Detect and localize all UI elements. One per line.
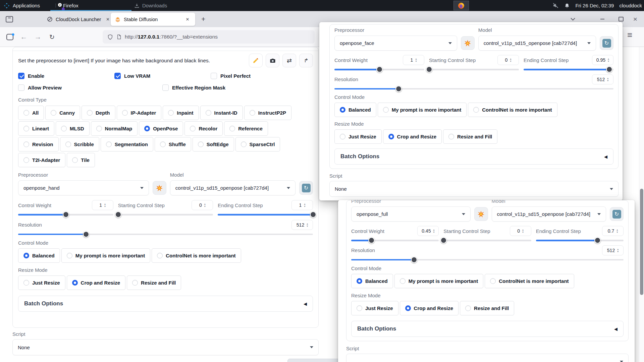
slider-thumb[interactable] — [310, 212, 316, 218]
radio-option[interactable]: Resize and Fill — [460, 301, 514, 315]
spinner-icons[interactable] — [415, 58, 417, 62]
checkbox-box[interactable] — [18, 73, 24, 79]
starting-step-input[interactable]: 0 — [510, 226, 531, 236]
slider-thumb[interactable] — [368, 237, 375, 244]
radio-option[interactable]: Just Resize — [334, 129, 382, 144]
list-tabs-chevron-icon[interactable] — [568, 14, 578, 24]
radio-option[interactable]: All — [18, 106, 44, 120]
hamburger-menu-icon[interactable] — [627, 30, 632, 40]
radio-option[interactable]: Lineart — [18, 121, 54, 136]
radio-option[interactable]: Just Resize — [351, 301, 398, 315]
radio-option[interactable]: Balanced — [18, 248, 60, 263]
slider-thumb[interactable] — [376, 66, 383, 73]
spinner-icons[interactable] — [104, 203, 106, 207]
radio-option[interactable]: ControlNet is more important — [485, 274, 574, 288]
resolution-input[interactable]: 512 — [602, 245, 624, 255]
radio-option[interactable]: Segmentation — [101, 137, 153, 152]
script-dropdown[interactable] — [346, 354, 629, 362]
spinner-icons[interactable] — [522, 229, 524, 233]
checkbox-box[interactable] — [211, 73, 217, 79]
firefox-taskbar-entry[interactable]: 2 Firefox — [60, 0, 78, 11]
checkbox[interactable]: Effective Region Mask — [162, 84, 313, 91]
radio-option[interactable]: MLSD — [56, 121, 90, 136]
radio-option[interactable]: Just Resize — [18, 276, 65, 290]
slider-track[interactable] — [218, 214, 313, 216]
slider-track[interactable] — [18, 214, 113, 216]
control-weight-input[interactable]: 1 — [403, 55, 424, 65]
tab-manager-icon[interactable] — [5, 15, 13, 23]
send-dimensions-button[interactable] — [299, 54, 313, 67]
radio-option[interactable]: Resize and Fill — [127, 276, 181, 290]
radio-option[interactable]: Resize and Fill — [443, 129, 497, 144]
checkbox-box[interactable] — [162, 84, 169, 91]
refresh-models-button[interactable] — [299, 181, 313, 195]
forward-button[interactable] — [33, 32, 43, 42]
resolution-input[interactable]: 512 — [291, 220, 313, 230]
scrollbar-thumb[interactable] — [640, 189, 643, 295]
model-dropdown[interactable]: control_v11p_sd15_openpose [cab727d4] — [170, 180, 296, 195]
batch-options-accordion[interactable]: Batch Options — [334, 148, 613, 165]
radio-option[interactable]: Depth — [82, 106, 115, 120]
refresh-models-button[interactable] — [610, 207, 624, 221]
slider-thumb[interactable] — [606, 66, 612, 73]
checkbox[interactable]: Enable — [18, 73, 114, 79]
slider-track[interactable] — [118, 214, 213, 216]
slider-track[interactable] — [334, 88, 613, 90]
spinner-icons[interactable] — [204, 203, 206, 207]
address-bar[interactable]: http://127.0.0.1:7860/?__tab=extensions — [103, 30, 315, 44]
slider-track[interactable] — [334, 69, 424, 70]
tab-clouddock-launcher[interactable]: CloudDock Launcher — [43, 13, 115, 26]
firefox-view-icon[interactable] — [6, 33, 14, 41]
ending-step-input[interactable]: 0.95 — [592, 55, 613, 65]
control-weight-input[interactable]: 0.45 — [417, 226, 439, 236]
radio-option[interactable]: T2I-Adapter — [18, 153, 65, 167]
radio-option[interactable]: My prompt is more important — [378, 103, 467, 117]
close-tab-icon[interactable] — [184, 16, 191, 23]
radio-option[interactable]: Recolor — [184, 121, 223, 136]
slider-thumb[interactable] — [440, 237, 447, 244]
ending-step-input[interactable]: 1 — [291, 200, 313, 210]
radio-option[interactable]: InstructP2P — [244, 106, 291, 120]
spinner-icons[interactable] — [608, 58, 609, 62]
slider-track[interactable] — [18, 234, 313, 235]
radio-option[interactable]: Balanced — [334, 103, 376, 117]
checkbox-box[interactable] — [114, 73, 121, 79]
slider-thumb[interactable] — [594, 237, 601, 244]
radio-option[interactable]: Revision — [18, 137, 59, 152]
slider-track[interactable] — [351, 259, 624, 261]
slider-thumb[interactable] — [83, 231, 89, 237]
run-preprocessor-button[interactable] — [461, 36, 475, 50]
radio-option[interactable]: OpenPose — [139, 121, 183, 136]
preprocessor-dropdown[interactable]: openpose_full — [351, 206, 471, 222]
batch-options-accordion[interactable]: Batch Options — [351, 321, 624, 337]
radio-option[interactable]: IP-Adapter — [117, 106, 162, 120]
webcam-button[interactable] — [266, 54, 279, 67]
shield-permissions-icon[interactable] — [107, 34, 113, 40]
radio-option[interactable]: My prompt is more important — [394, 274, 484, 288]
slider-thumb[interactable] — [411, 256, 417, 263]
spinner-icons[interactable] — [607, 77, 608, 82]
starting-step-input[interactable]: 0 — [192, 200, 213, 210]
radio-option[interactable]: Balanced — [351, 274, 393, 288]
radio-option[interactable]: Reference — [224, 121, 268, 136]
batch-options-accordion[interactable]: Batch Options — [18, 296, 313, 312]
spinner-icons[interactable] — [433, 229, 434, 233]
run-preprocessor-button[interactable] — [474, 207, 488, 221]
script-dropdown[interactable]: None — [329, 181, 619, 197]
run-preprocessor-button[interactable] — [153, 181, 166, 195]
radio-option[interactable]: Scribble — [60, 137, 99, 152]
minimize-window-button[interactable] — [598, 14, 607, 24]
slider-track[interactable] — [536, 240, 624, 241]
back-button[interactable] — [19, 32, 29, 42]
radio-option[interactable]: Shuffle — [155, 137, 191, 152]
radio-option[interactable]: SparseCtrl — [235, 137, 280, 152]
radio-option[interactable]: Instant-ID — [200, 106, 243, 120]
radio-option[interactable]: Crop and Resize — [67, 276, 126, 290]
control-weight-input[interactable]: 1 — [92, 200, 113, 210]
script-dropdown[interactable]: None — [12, 339, 319, 355]
slider-thumb[interactable] — [395, 85, 402, 92]
ending-step-input[interactable]: 0.7 — [602, 226, 624, 236]
audio-muted-icon[interactable] — [552, 2, 559, 9]
radio-option[interactable]: NormalMap — [91, 121, 138, 136]
firefox-dock-button[interactable] — [453, 1, 469, 10]
